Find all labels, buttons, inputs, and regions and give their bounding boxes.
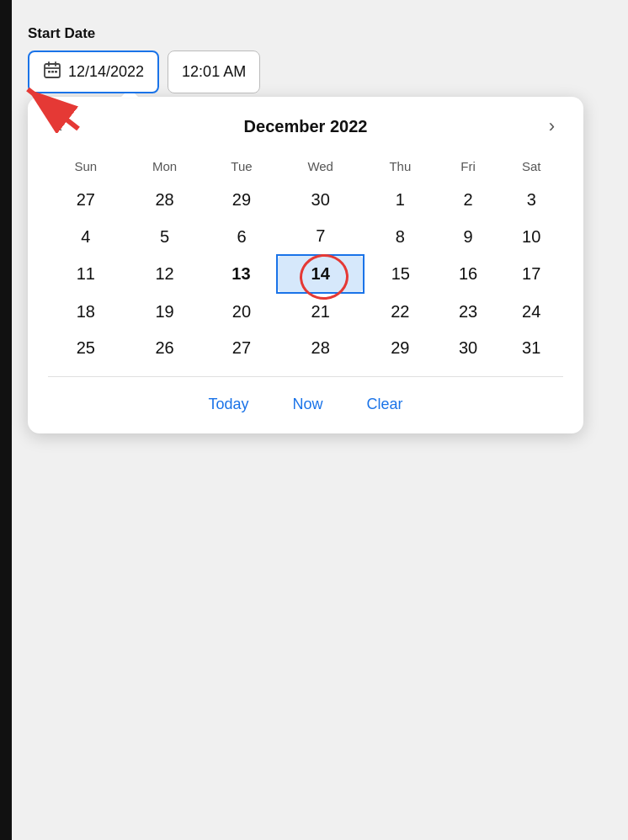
calendar-day[interactable]: 8 — [364, 218, 437, 255]
calendar-day[interactable]: 13 — [206, 255, 278, 293]
calendar-day[interactable]: 29 — [364, 330, 437, 366]
svg-rect-8 — [55, 71, 57, 73]
col-mon: Mon — [124, 154, 206, 182]
calendar-day[interactable]: 23 — [437, 293, 500, 330]
calendar-day[interactable]: 20 — [206, 293, 278, 330]
col-thu: Thu — [364, 154, 437, 182]
calendar-popup: ‹ December 2022 › Sun Mon Tue Wed Thu Fr… — [28, 97, 583, 433]
calendar-day[interactable]: 2 — [437, 182, 500, 218]
calendar-day[interactable]: 22 — [364, 293, 437, 330]
calendar-day[interactable]: 28 — [277, 330, 364, 366]
calendar-icon — [43, 61, 61, 83]
calendar-day[interactable]: 30 — [437, 330, 500, 366]
calendar-day[interactable]: 11 — [48, 255, 124, 293]
col-fri: Fri — [437, 154, 500, 182]
calendar-day[interactable]: 9 — [437, 218, 500, 255]
calendar-day[interactable]: 18 — [48, 293, 124, 330]
today-button[interactable]: Today — [201, 392, 255, 417]
svg-rect-7 — [51, 71, 54, 73]
calendar-day[interactable]: 7 — [277, 218, 364, 255]
calendar-day[interactable]: 21 — [277, 293, 364, 330]
svg-line-1 — [28, 89, 78, 129]
calendar-week-row: 11121314151617 — [48, 255, 563, 293]
calendar-day[interactable]: 10 — [499, 218, 563, 255]
next-month-button[interactable]: › — [540, 112, 563, 141]
calendar-day[interactable]: 19 — [124, 293, 206, 330]
calendar-day[interactable]: 1 — [364, 182, 437, 218]
calendar-week-row: 27282930123 — [48, 182, 563, 218]
left-bar — [0, 0, 12, 840]
time-value: 12:01 AM — [182, 63, 246, 81]
calendar-day[interactable]: 14 — [277, 255, 364, 293]
calendar-divider — [48, 376, 563, 377]
calendar-day[interactable]: 3 — [499, 182, 563, 218]
calendar-day[interactable]: 24 — [499, 293, 563, 330]
calendar-day[interactable]: 5 — [124, 218, 206, 255]
calendar-week-row: 18192021222324 — [48, 293, 563, 330]
calendar-day[interactable]: 30 — [277, 182, 364, 218]
calendar-grid: Sun Mon Tue Wed Thu Fri Sat 272829301234… — [48, 154, 563, 366]
calendar-day[interactable]: 15 — [364, 255, 437, 293]
calendar-day[interactable]: 12 — [124, 255, 206, 293]
selected-day-wrapper: 14 — [311, 264, 330, 284]
calendar-day[interactable]: 26 — [124, 330, 206, 366]
clear-button[interactable]: Clear — [360, 392, 410, 417]
col-sun: Sun — [48, 154, 124, 182]
red-arrow-icon — [19, 82, 87, 133]
calendar-svg-icon — [43, 61, 61, 79]
arrow-annotation — [19, 82, 87, 136]
col-sat: Sat — [499, 154, 563, 182]
calendar-day[interactable]: 29 — [206, 182, 278, 218]
calendar-day[interactable]: 27 — [48, 182, 124, 218]
calendar-header-row: Sun Mon Tue Wed Thu Fri Sat — [48, 154, 563, 182]
date-value: 12/14/2022 — [68, 63, 144, 81]
calendar-day[interactable]: 4 — [48, 218, 124, 255]
calendar-day[interactable]: 31 — [499, 330, 563, 366]
calendar-day[interactable]: 17 — [499, 255, 563, 293]
calendar-week-row: 25262728293031 — [48, 330, 563, 366]
calendar-day[interactable]: 16 — [437, 255, 500, 293]
date-inputs-row: 12/14/2022 12:01 AM — [28, 51, 600, 93]
col-tue: Tue — [206, 154, 278, 182]
svg-rect-6 — [48, 71, 51, 73]
calendar-day[interactable]: 25 — [48, 330, 124, 366]
now-button[interactable]: Now — [286, 392, 330, 417]
date-picker-container: Start Date — [28, 25, 600, 433]
calendar-day[interactable]: 6 — [206, 218, 278, 255]
calendar-header: ‹ December 2022 › — [48, 112, 563, 141]
start-date-label: Start Date — [28, 25, 600, 42]
col-wed: Wed — [277, 154, 364, 182]
calendar-month-title: December 2022 — [244, 117, 368, 136]
calendar-week-row: 45678910 — [48, 218, 563, 255]
calendar-day[interactable]: 28 — [124, 182, 206, 218]
calendar-day[interactable]: 27 — [206, 330, 278, 366]
calendar-footer: Today Now Clear — [48, 389, 563, 417]
time-input[interactable]: 12:01 AM — [168, 51, 260, 93]
